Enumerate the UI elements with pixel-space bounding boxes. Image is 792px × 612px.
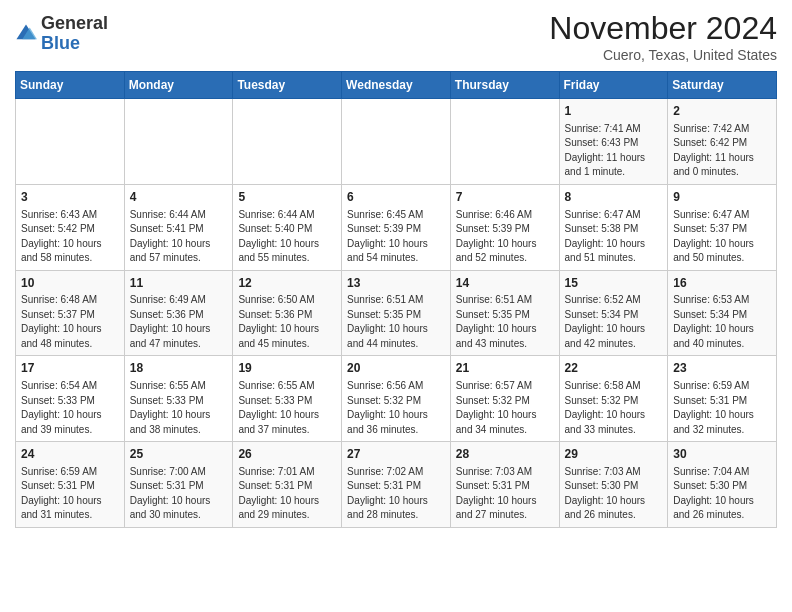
calendar-table: SundayMondayTuesdayWednesdayThursdayFrid… — [15, 71, 777, 528]
day-info: Sunrise: 6:48 AM Sunset: 5:37 PM Dayligh… — [21, 293, 119, 351]
day-number: 21 — [456, 360, 554, 377]
calendar-cell: 18Sunrise: 6:55 AM Sunset: 5:33 PM Dayli… — [124, 356, 233, 442]
month-title: November 2024 — [549, 10, 777, 47]
day-number: 1 — [565, 103, 663, 120]
day-info: Sunrise: 6:56 AM Sunset: 5:32 PM Dayligh… — [347, 379, 445, 437]
calendar-cell: 9Sunrise: 6:47 AM Sunset: 5:37 PM Daylig… — [668, 184, 777, 270]
calendar-cell: 6Sunrise: 6:45 AM Sunset: 5:39 PM Daylig… — [342, 184, 451, 270]
day-info: Sunrise: 7:01 AM Sunset: 5:31 PM Dayligh… — [238, 465, 336, 523]
calendar-body: 1Sunrise: 7:41 AM Sunset: 6:43 PM Daylig… — [16, 99, 777, 528]
day-number: 24 — [21, 446, 119, 463]
day-number: 13 — [347, 275, 445, 292]
day-info: Sunrise: 6:49 AM Sunset: 5:36 PM Dayligh… — [130, 293, 228, 351]
calendar-cell: 19Sunrise: 6:55 AM Sunset: 5:33 PM Dayli… — [233, 356, 342, 442]
day-info: Sunrise: 6:52 AM Sunset: 5:34 PM Dayligh… — [565, 293, 663, 351]
day-info: Sunrise: 6:51 AM Sunset: 5:35 PM Dayligh… — [347, 293, 445, 351]
calendar-cell: 23Sunrise: 6:59 AM Sunset: 5:31 PM Dayli… — [668, 356, 777, 442]
day-number: 25 — [130, 446, 228, 463]
day-number: 6 — [347, 189, 445, 206]
day-number: 3 — [21, 189, 119, 206]
day-number: 14 — [456, 275, 554, 292]
day-number: 29 — [565, 446, 663, 463]
calendar-cell: 11Sunrise: 6:49 AM Sunset: 5:36 PM Dayli… — [124, 270, 233, 356]
calendar-cell — [342, 99, 451, 185]
calendar-cell — [16, 99, 125, 185]
day-number: 15 — [565, 275, 663, 292]
day-info: Sunrise: 6:43 AM Sunset: 5:42 PM Dayligh… — [21, 208, 119, 266]
calendar-week-2: 3Sunrise: 6:43 AM Sunset: 5:42 PM Daylig… — [16, 184, 777, 270]
calendar-cell: 2Sunrise: 7:42 AM Sunset: 6:42 PM Daylig… — [668, 99, 777, 185]
page-header: General Blue November 2024 Cuero, Texas,… — [15, 10, 777, 63]
calendar-header: SundayMondayTuesdayWednesdayThursdayFrid… — [16, 72, 777, 99]
calendar-cell: 10Sunrise: 6:48 AM Sunset: 5:37 PM Dayli… — [16, 270, 125, 356]
calendar-cell: 1Sunrise: 7:41 AM Sunset: 6:43 PM Daylig… — [559, 99, 668, 185]
day-number: 11 — [130, 275, 228, 292]
day-info: Sunrise: 6:59 AM Sunset: 5:31 PM Dayligh… — [673, 379, 771, 437]
day-number: 18 — [130, 360, 228, 377]
calendar-cell: 3Sunrise: 6:43 AM Sunset: 5:42 PM Daylig… — [16, 184, 125, 270]
calendar-cell: 8Sunrise: 6:47 AM Sunset: 5:38 PM Daylig… — [559, 184, 668, 270]
calendar-week-3: 10Sunrise: 6:48 AM Sunset: 5:37 PM Dayli… — [16, 270, 777, 356]
day-number: 22 — [565, 360, 663, 377]
calendar-cell: 15Sunrise: 6:52 AM Sunset: 5:34 PM Dayli… — [559, 270, 668, 356]
calendar-cell — [233, 99, 342, 185]
day-info: Sunrise: 6:54 AM Sunset: 5:33 PM Dayligh… — [21, 379, 119, 437]
day-number: 8 — [565, 189, 663, 206]
day-info: Sunrise: 7:42 AM Sunset: 6:42 PM Dayligh… — [673, 122, 771, 180]
calendar-cell: 21Sunrise: 6:57 AM Sunset: 5:32 PM Dayli… — [450, 356, 559, 442]
day-info: Sunrise: 7:03 AM Sunset: 5:30 PM Dayligh… — [565, 465, 663, 523]
day-number: 20 — [347, 360, 445, 377]
day-info: Sunrise: 6:44 AM Sunset: 5:40 PM Dayligh… — [238, 208, 336, 266]
calendar-cell: 4Sunrise: 6:44 AM Sunset: 5:41 PM Daylig… — [124, 184, 233, 270]
day-number: 2 — [673, 103, 771, 120]
day-info: Sunrise: 6:47 AM Sunset: 5:37 PM Dayligh… — [673, 208, 771, 266]
weekday-header-thursday: Thursday — [450, 72, 559, 99]
location: Cuero, Texas, United States — [549, 47, 777, 63]
calendar-cell: 5Sunrise: 6:44 AM Sunset: 5:40 PM Daylig… — [233, 184, 342, 270]
day-number: 27 — [347, 446, 445, 463]
day-info: Sunrise: 7:03 AM Sunset: 5:31 PM Dayligh… — [456, 465, 554, 523]
day-number: 12 — [238, 275, 336, 292]
day-info: Sunrise: 6:47 AM Sunset: 5:38 PM Dayligh… — [565, 208, 663, 266]
day-number: 28 — [456, 446, 554, 463]
day-number: 10 — [21, 275, 119, 292]
day-info: Sunrise: 6:55 AM Sunset: 5:33 PM Dayligh… — [238, 379, 336, 437]
day-info: Sunrise: 6:58 AM Sunset: 5:32 PM Dayligh… — [565, 379, 663, 437]
calendar-cell: 27Sunrise: 7:02 AM Sunset: 5:31 PM Dayli… — [342, 442, 451, 528]
weekday-header-monday: Monday — [124, 72, 233, 99]
calendar-cell: 17Sunrise: 6:54 AM Sunset: 5:33 PM Dayli… — [16, 356, 125, 442]
calendar-cell: 20Sunrise: 6:56 AM Sunset: 5:32 PM Dayli… — [342, 356, 451, 442]
calendar-cell: 28Sunrise: 7:03 AM Sunset: 5:31 PM Dayli… — [450, 442, 559, 528]
day-info: Sunrise: 6:46 AM Sunset: 5:39 PM Dayligh… — [456, 208, 554, 266]
calendar-cell: 22Sunrise: 6:58 AM Sunset: 5:32 PM Dayli… — [559, 356, 668, 442]
title-area: November 2024 Cuero, Texas, United State… — [549, 10, 777, 63]
day-number: 5 — [238, 189, 336, 206]
weekday-header-friday: Friday — [559, 72, 668, 99]
day-info: Sunrise: 6:51 AM Sunset: 5:35 PM Dayligh… — [456, 293, 554, 351]
day-info: Sunrise: 6:50 AM Sunset: 5:36 PM Dayligh… — [238, 293, 336, 351]
day-number: 9 — [673, 189, 771, 206]
day-number: 23 — [673, 360, 771, 377]
day-info: Sunrise: 6:44 AM Sunset: 5:41 PM Dayligh… — [130, 208, 228, 266]
day-number: 16 — [673, 275, 771, 292]
day-info: Sunrise: 7:04 AM Sunset: 5:30 PM Dayligh… — [673, 465, 771, 523]
logo: General Blue — [15, 14, 108, 54]
day-info: Sunrise: 6:55 AM Sunset: 5:33 PM Dayligh… — [130, 379, 228, 437]
day-number: 4 — [130, 189, 228, 206]
calendar-week-4: 17Sunrise: 6:54 AM Sunset: 5:33 PM Dayli… — [16, 356, 777, 442]
day-number: 19 — [238, 360, 336, 377]
calendar-cell: 16Sunrise: 6:53 AM Sunset: 5:34 PM Dayli… — [668, 270, 777, 356]
weekday-header-wednesday: Wednesday — [342, 72, 451, 99]
calendar-week-1: 1Sunrise: 7:41 AM Sunset: 6:43 PM Daylig… — [16, 99, 777, 185]
calendar-cell: 25Sunrise: 7:00 AM Sunset: 5:31 PM Dayli… — [124, 442, 233, 528]
day-number: 7 — [456, 189, 554, 206]
calendar-cell: 14Sunrise: 6:51 AM Sunset: 5:35 PM Dayli… — [450, 270, 559, 356]
day-number: 30 — [673, 446, 771, 463]
day-info: Sunrise: 6:59 AM Sunset: 5:31 PM Dayligh… — [21, 465, 119, 523]
calendar-cell — [124, 99, 233, 185]
calendar-cell: 12Sunrise: 6:50 AM Sunset: 5:36 PM Dayli… — [233, 270, 342, 356]
weekday-header-tuesday: Tuesday — [233, 72, 342, 99]
logo-icon — [15, 23, 37, 45]
day-info: Sunrise: 7:00 AM Sunset: 5:31 PM Dayligh… — [130, 465, 228, 523]
day-number: 17 — [21, 360, 119, 377]
